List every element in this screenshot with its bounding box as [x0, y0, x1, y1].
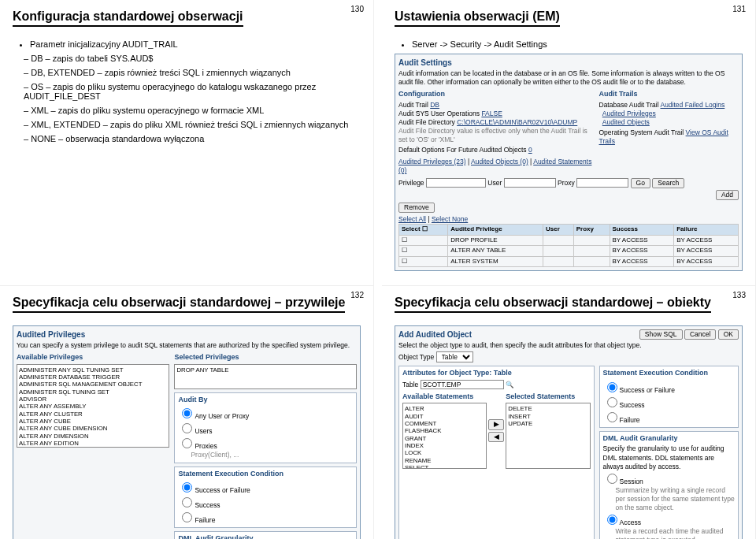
- radio-proxies[interactable]: [182, 438, 192, 448]
- shot-heading: Add Audited Object: [398, 329, 472, 340]
- session-desc: Summarize by writing a single record per…: [616, 486, 736, 512]
- attrs-heading: Attributes for Object Type: Table: [402, 369, 591, 378]
- gran-intro: Specify the granularity to use for audit…: [603, 444, 736, 470]
- shot-intro: Select the object type to audit, then sp…: [398, 341, 739, 350]
- list-item[interactable]: ALTER ANY CUBE DIMENSION: [19, 425, 167, 432]
- selected-statements-list[interactable]: DELETE INSERT UPDATE: [506, 403, 590, 469]
- default-opts-value[interactable]: 0: [528, 146, 532, 154]
- available-statements-list[interactable]: ALTER AUDIT COMMENT FLASHBACK GRANT INDE…: [402, 403, 487, 469]
- slide-title: Konfiguracja standardowej obserwacji: [13, 9, 243, 27]
- go-button[interactable]: Go: [631, 178, 650, 188]
- row-checkbox[interactable]: [399, 246, 448, 256]
- select-none-link[interactable]: Select None: [432, 215, 468, 223]
- object-type-select[interactable]: Table: [436, 351, 473, 362]
- radio-any-user[interactable]: [182, 408, 192, 418]
- row-checkbox[interactable]: [399, 256, 448, 266]
- radio-session[interactable]: [607, 474, 617, 484]
- list-item[interactable]: ALTER ANY ASSEMBLY: [19, 403, 167, 410]
- audit-dir-value[interactable]: C:\ORACLE\ADMIN\BAR02V10\ADUMP: [457, 118, 577, 126]
- move-right-icon[interactable]: ▶: [488, 419, 504, 429]
- row-checkbox[interactable]: [399, 235, 448, 245]
- ok-button[interactable]: OK: [718, 329, 739, 340]
- radio-failure[interactable]: [607, 412, 617, 422]
- sub-xml: XML – zapis do pliku systemu operacyjneg…: [24, 106, 361, 115]
- selected-privileges-list[interactable]: DROP ANY TABLE: [174, 364, 357, 389]
- audit-trails-heading: Audit Trails: [599, 90, 739, 99]
- audit-trail-label: Audit Trail: [398, 101, 428, 109]
- tab-audited-privileges[interactable]: Audited Privileges (23): [398, 158, 466, 165]
- object-type-label: Object Type: [398, 353, 434, 361]
- selected-privs-heading: Selected Privileges: [174, 353, 357, 362]
- radio-access[interactable]: [607, 515, 617, 525]
- table-input[interactable]: [421, 380, 504, 389]
- list-item[interactable]: ALTER ANY EDITION: [19, 440, 167, 447]
- list-item[interactable]: FLASHBACK: [405, 427, 484, 434]
- link-audited-objects[interactable]: Audited Objects: [602, 118, 650, 126]
- table-label: Table: [402, 381, 418, 388]
- audit-sys-value[interactable]: FALSE: [481, 110, 502, 117]
- list-item[interactable]: INDEX: [405, 442, 484, 449]
- tab-audited-objects[interactable]: Audited Objects (0): [471, 158, 528, 165]
- list-item[interactable]: AUDIT: [405, 413, 484, 420]
- sec-heading: Statement Execution Condition: [178, 470, 353, 479]
- sub-os: OS – zapis do pliku systemu operacyjnego…: [24, 82, 361, 101]
- slide-title: Specyfikacja celu obserwacji standardowe…: [13, 296, 345, 313]
- list-item[interactable]: ALTER: [405, 405, 484, 412]
- sub-none: NONE – obserwacja standardowa wyłączona: [24, 134, 361, 143]
- page-number: 132: [350, 291, 364, 299]
- flashlight-icon[interactable]: 🔍: [506, 381, 514, 388]
- audit-sys-label: Audit SYS User Operations: [398, 110, 480, 117]
- th-audited-privilege: Audited Privilege: [448, 225, 543, 235]
- th-select[interactable]: Select ☐: [399, 225, 448, 235]
- proxy-hint: Proxy(Client), ...: [191, 451, 353, 459]
- th-failure: Failure: [674, 225, 739, 235]
- list-item[interactable]: ADMINISTER ANY SQL TUNING SET: [19, 366, 167, 374]
- list-item[interactable]: LOCK: [405, 449, 484, 456]
- list-item[interactable]: ADMINISTER DATABASE TRIGGER: [19, 374, 167, 381]
- list-item[interactable]: INSERT: [508, 413, 587, 420]
- filter-proxy-input[interactable]: [576, 178, 628, 188]
- link-failed-logins[interactable]: Audited Failed Logins: [660, 101, 724, 109]
- audited-privileges-table: Select ☐ Audited Privilege User Proxy Su…: [398, 224, 739, 267]
- audit-by-heading: Audit By: [178, 396, 353, 405]
- link-audited-privileges[interactable]: Audited Privileges: [602, 110, 656, 117]
- bullet-audit-trail: Parametr inicjalizacyjny AUDIT_TRAIL: [30, 39, 361, 49]
- list-item[interactable]: DELETE: [508, 405, 587, 412]
- remove-button[interactable]: Remove: [398, 203, 435, 213]
- list-item[interactable]: ALTER ANY CLUSTER: [19, 411, 167, 418]
- audit-dir-label: Audit File Directory: [398, 118, 455, 126]
- filter-user-input[interactable]: [504, 178, 556, 188]
- th-success: Success: [610, 225, 674, 235]
- list-item[interactable]: SELECT: [405, 464, 484, 469]
- table-row: ALTER ANY TABLEBY ACCESSBY ACCESS: [399, 246, 739, 256]
- list-item[interactable]: ALTER ANY DIMENSION: [19, 433, 167, 440]
- list-item[interactable]: DROP ANY TABLE: [176, 366, 354, 374]
- search-button[interactable]: Search: [652, 178, 684, 188]
- radio-success[interactable]: [607, 397, 617, 407]
- audit-trail-value[interactable]: DB: [430, 101, 439, 109]
- list-item[interactable]: UPDATE: [508, 420, 587, 427]
- add-button[interactable]: Add: [716, 190, 739, 200]
- list-item[interactable]: RENAME: [405, 457, 484, 464]
- show-sql-button[interactable]: Show SQL: [639, 329, 683, 340]
- list-item[interactable]: COMMENT: [405, 420, 484, 427]
- list-item[interactable]: ADVISOR: [19, 396, 167, 403]
- cancel-button[interactable]: Cancel: [684, 329, 716, 340]
- radio-users[interactable]: [182, 423, 192, 433]
- list-item[interactable]: ALTER ANY CUBE: [19, 418, 167, 425]
- radio-success-or-failure[interactable]: [182, 482, 192, 493]
- move-left-icon[interactable]: ◀: [488, 432, 504, 442]
- filter-privilege-input[interactable]: [426, 178, 486, 188]
- list-item[interactable]: GRANT: [405, 435, 484, 442]
- select-all-link[interactable]: Select All: [398, 215, 426, 223]
- page-number: 133: [732, 291, 746, 299]
- list-item[interactable]: ADMINISTER SQL TUNING SET: [19, 388, 167, 396]
- radio-failure[interactable]: [182, 512, 192, 522]
- slide-131: 131 Ustawienia obserwacji (EM) Server ->…: [382, 0, 756, 286]
- radio-success-or-failure[interactable]: [607, 382, 617, 392]
- list-item[interactable]: ADMINISTER SQL MANAGEMENT OBJECT: [19, 381, 167, 388]
- shot-intro: Audit information can be located in the …: [398, 69, 739, 87]
- table-row: DROP PROFILEBY ACCESSBY ACCESS: [399, 235, 739, 245]
- radio-success[interactable]: [182, 497, 192, 507]
- available-privileges-list[interactable]: ADMINISTER ANY SQL TUNING SET ADMINISTER…: [17, 364, 169, 448]
